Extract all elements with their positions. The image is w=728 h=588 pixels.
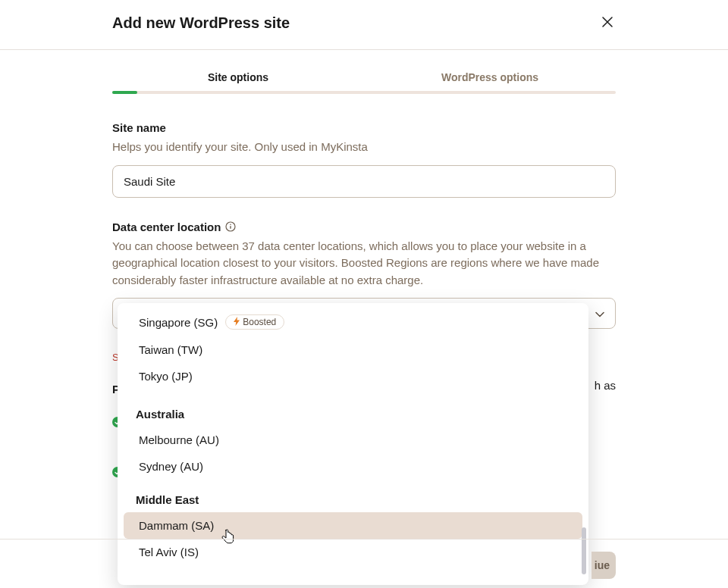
dropdown-option-singapore[interactable]: Singapore (SG) Boosted <box>118 308 588 336</box>
dropdown-option-tokyo[interactable]: Tokyo (JP) <box>118 363 588 389</box>
chevron-down-icon <box>595 307 604 320</box>
dropdown-option-melbourne[interactable]: Melbourne (AU) <box>118 427 588 453</box>
progress-track <box>112 91 616 94</box>
dropdown-option-label: Tel Aviv (IS) <box>139 546 199 558</box>
data-center-help: You can choose between 37 data center lo… <box>112 238 616 289</box>
dropdown-option-label: Taiwan (TW) <box>139 343 202 356</box>
close-button[interactable] <box>599 14 616 33</box>
site-name-input[interactable] <box>112 165 616 198</box>
site-name-label: Site name <box>112 121 616 134</box>
dropdown-option-dammam[interactable]: Dammam (SA) <box>124 512 582 539</box>
progress-fill <box>112 91 137 94</box>
dropdown-option-tel-aviv[interactable]: Tel Aviv (IS) <box>118 539 588 565</box>
svg-point-1 <box>231 224 232 225</box>
data-center-dropdown: Singapore (SG) Boosted Taiwan (TW) Tokyo… <box>118 303 588 585</box>
dropdown-option-label: Tokyo (JP) <box>139 370 193 383</box>
dropdown-option-label: Dammam (SA) <box>139 519 214 532</box>
footer-divider <box>0 539 728 540</box>
dropdown-group-middle-east: Middle East <box>118 480 588 512</box>
dialog-title: Add new WordPress site <box>112 14 290 32</box>
continue-button-fragment[interactable]: iue <box>592 552 616 579</box>
dropdown-option-label: Melbourne (AU) <box>139 433 219 446</box>
tab-site-options[interactable]: Site options <box>112 71 364 85</box>
close-icon <box>602 17 613 30</box>
obscured-text-has: h as <box>595 379 616 392</box>
dropdown-option-sydney[interactable]: Sydney (AU) <box>118 453 588 480</box>
bolt-icon <box>234 317 240 327</box>
boosted-badge: Boosted <box>225 314 284 330</box>
site-name-help: Helps you identify your site. Only used … <box>112 139 616 156</box>
info-icon[interactable] <box>225 221 236 232</box>
dropdown-option-taiwan[interactable]: Taiwan (TW) <box>118 336 588 363</box>
dropdown-option-label: Sydney (AU) <box>139 460 203 473</box>
data-center-label: Data center location <box>112 220 221 233</box>
tab-wordpress-options[interactable]: WordPress options <box>364 71 616 85</box>
dropdown-group-australia: Australia <box>118 389 588 427</box>
svg-rect-2 <box>231 226 231 229</box>
dropdown-option-label: Singapore (SG) <box>139 316 218 329</box>
dropdown-scrollbar[interactable] <box>582 527 586 574</box>
